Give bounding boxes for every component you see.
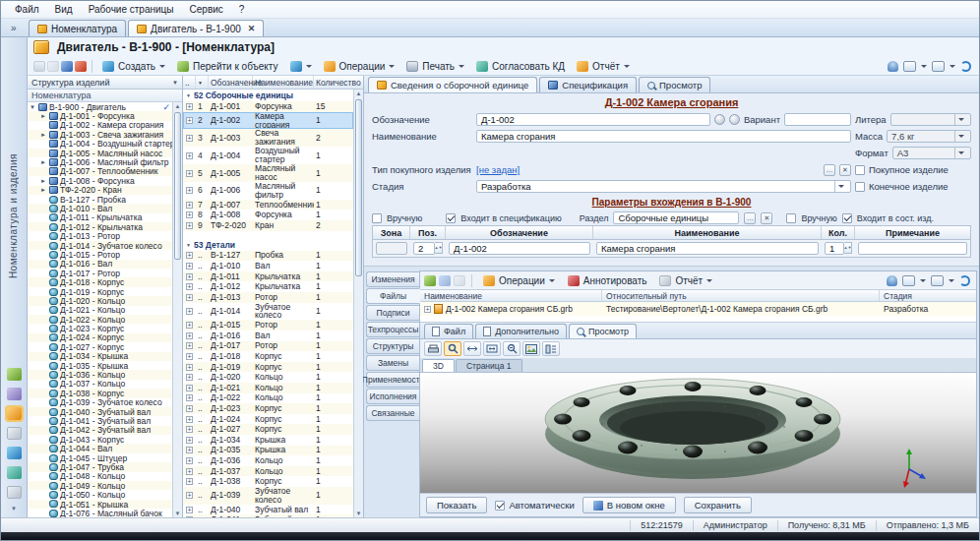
list-row[interactable]: + .. Д-1-014 Зубчатое колесо 1 bbox=[183, 303, 353, 321]
refresh-icon[interactable] bbox=[959, 275, 970, 286]
row-expand-icon[interactable]: + bbox=[186, 332, 193, 339]
view-mode-button[interactable] bbox=[285, 60, 317, 73]
tree-item[interactable]: ► Д-1-048 - Кольцо bbox=[28, 472, 172, 481]
litera-select[interactable] bbox=[890, 113, 971, 126]
position-spinner[interactable]: ▲▼ bbox=[435, 242, 443, 254]
column-stage[interactable]: Стадия bbox=[880, 290, 976, 301]
tab-file-preview[interactable]: Просмотр bbox=[569, 324, 637, 338]
menu-item[interactable]: Сервис bbox=[182, 3, 231, 16]
aspect-tab[interactable]: Применяемость bbox=[366, 372, 419, 388]
tree-item[interactable]: ► Д-1-016 - Вал bbox=[28, 260, 172, 269]
purchased-checkbox[interactable] bbox=[855, 165, 865, 175]
tree-item[interactable]: ► Д-1-019 - Корпус bbox=[28, 287, 172, 296]
row-expand-icon[interactable]: + bbox=[186, 283, 193, 290]
row-expand-icon[interactable]: + bbox=[186, 385, 193, 391]
list-row[interactable]: + .. Д-1-018 Корпус 1 bbox=[183, 351, 353, 362]
approvals-icon[interactable] bbox=[7, 368, 22, 381]
tools-wrench-icon[interactable] bbox=[7, 486, 22, 499]
row-expand-icon[interactable]: + bbox=[186, 117, 193, 124]
tree-column-header[interactable]: Номенклатура bbox=[28, 90, 182, 102]
tree-header-dropdown-icon[interactable]: ▼ bbox=[172, 80, 178, 86]
row-expand-icon[interactable]: + bbox=[186, 170, 193, 177]
section-clear-button[interactable]: ✕ bbox=[761, 212, 772, 224]
zoom-area-icon[interactable] bbox=[444, 341, 461, 356]
row-expand-icon[interactable]: + bbox=[186, 416, 193, 423]
window-view-icon[interactable] bbox=[932, 61, 945, 72]
tree-item[interactable]: ► Д-1-034 - Крышка bbox=[28, 352, 172, 361]
row-expand-icon[interactable]: + bbox=[186, 294, 193, 301]
file-operations-button[interactable]: Операции bbox=[478, 274, 560, 287]
open-new-window-button[interactable]: В новом окне bbox=[582, 497, 676, 513]
expand-arrow-icon[interactable]: ► bbox=[40, 159, 47, 165]
tree-item[interactable]: ► Д-1-040 - Зубчатый вал bbox=[28, 407, 172, 416]
aspect-tab[interactable]: Техпроцессы bbox=[366, 322, 419, 337]
column-sort-icon[interactable]: ▼ bbox=[196, 76, 209, 89]
tree-item[interactable]: ► Д-1-027 - Корпус bbox=[28, 342, 172, 351]
list-group-header[interactable]: ▼ 53 Детали bbox=[183, 239, 353, 251]
column-file-name[interactable]: Наименование bbox=[420, 290, 602, 301]
user-icon[interactable] bbox=[887, 275, 897, 286]
expand-arrow-icon[interactable]: ► bbox=[40, 187, 47, 193]
aspect-tab[interactable]: Изменения bbox=[366, 271, 419, 287]
preview-settings-icon[interactable] bbox=[542, 341, 560, 356]
tree-item[interactable]: ► Д-1-001 - Форсунка bbox=[28, 111, 172, 120]
list-row[interactable]: + 7 Д-1-007 Теплообменник 1 bbox=[183, 200, 353, 210]
row-expand-icon[interactable]: + bbox=[424, 306, 431, 313]
list-row[interactable]: + .. Д-1-039 Зубчатое колесо 1 bbox=[183, 487, 353, 505]
list-row[interactable]: + 1 Д-1-001 Форсунка 15 bbox=[183, 101, 353, 112]
collapse-icon[interactable]: ▼ bbox=[186, 92, 191, 98]
tree-item[interactable]: ► Д-1-041 - Зубчатый вал bbox=[28, 416, 172, 425]
save-file-icon[interactable] bbox=[439, 275, 451, 286]
row-expand-icon[interactable]: + bbox=[186, 211, 193, 218]
tree-item[interactable]: ► Д-1-049 - Кольцо bbox=[28, 481, 172, 490]
refresh-icon[interactable] bbox=[960, 61, 971, 72]
list-row[interactable]: + 9 ТФ-2-020 Кран 2 bbox=[183, 220, 353, 231]
collapse-icon[interactable]: ▼ bbox=[186, 242, 191, 248]
goto-object-button[interactable]: Перейти к объекту bbox=[172, 60, 283, 73]
tree-item[interactable]: ► Д-1-037 - Кольцо bbox=[28, 380, 172, 389]
row-expand-icon[interactable]: + bbox=[186, 364, 193, 371]
image-export-icon[interactable] bbox=[522, 341, 540, 356]
list-row[interactable]: + .. Д-1-019 Корпус 1 bbox=[183, 362, 353, 373]
row-expand-icon[interactable]: + bbox=[186, 222, 193, 229]
tree-item[interactable]: ► Д-1-024 - Корпус bbox=[28, 333, 172, 342]
list-row[interactable]: + .. Д-1-034 Крышка 1 bbox=[183, 435, 353, 446]
variant-input[interactable] bbox=[784, 113, 851, 126]
column-expander[interactable]: .. bbox=[183, 76, 196, 89]
list-row[interactable]: + 8 Д-1-008 Форсунка 1 bbox=[183, 210, 353, 220]
designation-action1-icon[interactable] bbox=[714, 114, 725, 125]
tree-item[interactable]: ► Д-1-021 - Кольцо bbox=[28, 306, 172, 315]
row-expand-icon[interactable]: + bbox=[186, 478, 193, 485]
manual2-checkbox[interactable] bbox=[786, 213, 796, 223]
create-button[interactable]: Создать bbox=[97, 60, 170, 73]
aspect-tab[interactable]: Структуры bbox=[366, 338, 419, 354]
note-input[interactable] bbox=[858, 242, 967, 255]
window-view-icon[interactable] bbox=[931, 275, 944, 286]
list-row[interactable]: + .. Д-1-017 Ротор 1 bbox=[183, 341, 353, 352]
tree-item[interactable]: ► Д-1-003 - Свеча зажигания bbox=[28, 130, 172, 139]
row-expand-icon[interactable]: + bbox=[186, 492, 193, 499]
row-expand-icon[interactable]: + bbox=[186, 103, 193, 110]
tree-item[interactable]: ► Д-1-018 - Корпус bbox=[28, 277, 172, 286]
row-expand-icon[interactable]: + bbox=[186, 405, 193, 412]
row-expand-icon[interactable]: + bbox=[186, 187, 193, 194]
list-row[interactable]: + .. Д-1-023 Корпус 1 bbox=[183, 403, 353, 414]
format-select[interactable]: А3 bbox=[892, 147, 971, 159]
list-row[interactable]: + 3 Д-1-003 Свеча зажигания 2 bbox=[183, 129, 353, 147]
zone-input[interactable] bbox=[376, 242, 407, 255]
row-expand-icon[interactable]: + bbox=[186, 308, 193, 315]
layout-panels-icon[interactable] bbox=[902, 275, 915, 286]
mass-select[interactable]: 7,6 кг bbox=[887, 130, 971, 143]
tree-item[interactable]: ► Д-1-076 - Масляный бачок bbox=[28, 509, 172, 517]
tree-item[interactable]: ► Д-1-043 - Корпус bbox=[28, 435, 172, 444]
row-expand-icon[interactable]: + bbox=[186, 426, 193, 433]
menu-item[interactable]: Вид bbox=[47, 3, 81, 16]
dropdown-icon[interactable] bbox=[834, 181, 846, 192]
dropdown-icon[interactable] bbox=[954, 131, 966, 142]
row-expand-icon[interactable]: + bbox=[186, 202, 193, 209]
purchase-type-link[interactable]: [не задан] bbox=[476, 164, 520, 175]
tree-item[interactable]: ► Д-1-045 - Штуцер bbox=[28, 453, 172, 462]
tree-item[interactable]: ► Д-1-039 - Зубчатое колесо bbox=[28, 398, 172, 407]
tree-item[interactable]: ► Д-1-020 - Кольцо bbox=[28, 296, 172, 305]
print-icon[interactable] bbox=[33, 61, 45, 72]
